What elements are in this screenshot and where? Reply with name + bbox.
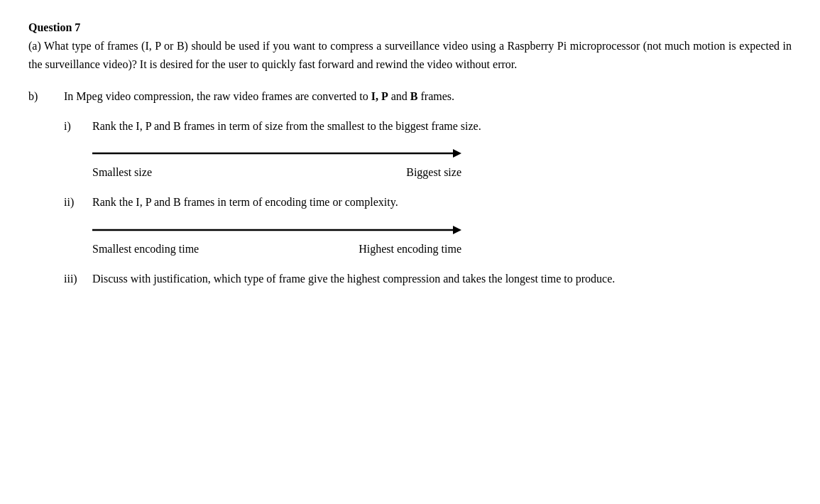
sub-part-ii-header: ii) Rank the I, P and B frames in term o… [64, 193, 792, 212]
sub-part-iii-text: Discuss with justification, which type o… [92, 270, 615, 288]
arrow-label-right-ii: Highest encoding time [359, 243, 461, 256]
part-a: (a) What type of frames (I, P or B) shou… [28, 37, 792, 73]
arrow-line-i [92, 146, 461, 160]
arrow-svg-ii [92, 223, 461, 237]
svg-marker-1 [453, 149, 461, 158]
sub-part-ii-text: Rank the I, P and B frames in term of en… [92, 193, 398, 212]
sub-part-i: i) Rank the I, P and B frames in term of… [64, 117, 792, 180]
part-a-text: What type of frames (I, P or B) should b… [28, 40, 792, 70]
arrow-label-right-i: Biggest size [406, 166, 461, 179]
sub-part-i-text: Rank the I, P and B frames in term of si… [92, 117, 481, 136]
sub-part-ii: ii) Rank the I, P and B frames in term o… [64, 193, 792, 256]
arrow-line-ii [92, 223, 461, 237]
arrow-svg-i [92, 146, 461, 160]
sub-parts: i) Rank the I, P and B frames in term of… [64, 117, 792, 302]
arrow-diagram-ii: Smallest encoding time Highest encoding … [92, 223, 792, 256]
sub-part-i-label: i) [64, 117, 92, 136]
part-b-intro: b) In Mpeg video compression, the raw vi… [28, 87, 792, 106]
part-a-label: (a) [28, 40, 41, 52]
sub-part-iii-header: iii) Discuss with justification, which t… [64, 270, 792, 288]
sub-part-iii: iii) Discuss with justification, which t… [64, 270, 792, 288]
arrow-label-left-i: Smallest size [92, 166, 152, 179]
part-b-intro-text: In Mpeg video compression, the raw video… [64, 87, 454, 106]
arrow-label-left-ii: Smallest encoding time [92, 243, 199, 256]
sub-part-ii-label: ii) [64, 193, 92, 212]
sub-part-i-header: i) Rank the I, P and B frames in term of… [64, 117, 792, 136]
part-b-label: b) [28, 87, 64, 106]
arrow-diagram-i: Smallest size Biggest size [92, 146, 792, 179]
part-b-container: b) In Mpeg video compression, the raw vi… [28, 87, 792, 302]
arrow-labels-i: Smallest size Biggest size [92, 166, 461, 179]
sub-part-iii-label: iii) [64, 270, 92, 288]
svg-marker-3 [453, 226, 461, 234]
question-title: Question 7 [28, 21, 792, 34]
arrow-labels-ii: Smallest encoding time Highest encoding … [92, 243, 461, 256]
